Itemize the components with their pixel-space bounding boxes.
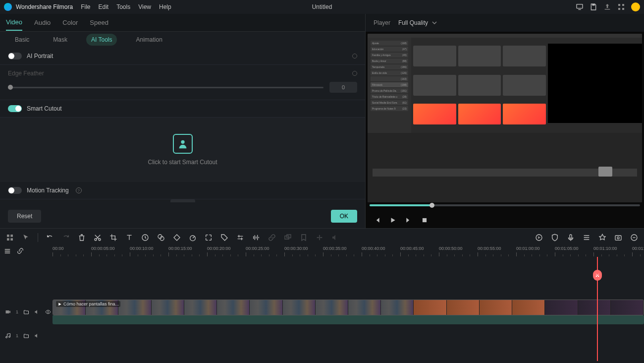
mic-icon[interactable] (567, 234, 575, 242)
render-icon[interactable] (535, 234, 543, 242)
display-icon[interactable] (576, 3, 584, 11)
drag-handle[interactable] (170, 199, 195, 202)
preview-video[interactable]: Ajuste(168)Educación(47)Familia y Amigos… (368, 34, 642, 202)
svg-rect-25 (615, 236, 621, 240)
edge-feather-slider-row: 0 (0, 78, 365, 100)
svg-point-26 (617, 237, 619, 239)
visibility-icon[interactable] (45, 309, 51, 315)
quality-select[interactable]: Full Quality (398, 19, 437, 26)
adjust-icon[interactable] (236, 234, 244, 242)
tab-audio[interactable]: Audio (34, 15, 51, 30)
timeline-ruler-row: 00:0000:00:05:0000:00:10:0000:00:15:0000… (0, 246, 644, 257)
timeline-toolbar (0, 228, 644, 246)
player-progress-bar[interactable] (370, 204, 640, 206)
marker-icon[interactable] (300, 234, 308, 242)
redo-icon[interactable] (62, 234, 70, 242)
svg-rect-4 (618, 8, 620, 10)
svg-point-22 (585, 235, 586, 236)
svg-rect-33 (6, 310, 9, 313)
timeline: 00:0000:00:05:0000:00:10:0000:00:15:0000… (0, 246, 644, 363)
text-icon[interactable] (125, 234, 133, 242)
ok-button[interactable]: OK (331, 210, 357, 223)
mute-icon[interactable] (331, 234, 339, 242)
svg-rect-11 (10, 238, 13, 241)
profile-avatar[interactable] (631, 2, 640, 11)
speed-icon[interactable] (189, 234, 197, 242)
playhead-grip[interactable] (593, 270, 602, 281)
ai-icon[interactable] (598, 234, 606, 242)
cut-icon[interactable] (94, 234, 102, 242)
fit-icon[interactable] (205, 234, 213, 242)
chain-icon[interactable] (17, 247, 24, 254)
delete-icon[interactable] (78, 234, 86, 242)
subtab-aitools[interactable]: AI Tools (86, 34, 117, 46)
ai-portrait-reset-icon[interactable] (352, 54, 357, 59)
track-manager-icon[interactable] (4, 247, 11, 254)
audio-folder-icon[interactable] (23, 333, 29, 339)
undo-icon[interactable] (46, 234, 54, 242)
prev-frame-icon[interactable] (374, 217, 380, 224)
shield-icon[interactable] (551, 234, 559, 242)
menu-tools[interactable]: Tools (116, 3, 130, 10)
scissors-icon (595, 273, 600, 278)
playhead[interactable] (597, 257, 598, 361)
subtab-animation[interactable]: Animation (131, 34, 167, 46)
subtab-mask[interactable]: Mask (48, 34, 72, 46)
mixer-icon[interactable] (583, 234, 590, 242)
menu-file[interactable]: File (81, 3, 90, 10)
audio-icon[interactable] (252, 234, 260, 242)
tab-video[interactable]: Video (6, 14, 22, 31)
crop-icon[interactable] (109, 234, 117, 242)
panel-footer: Reset OK (0, 204, 365, 228)
motion-tracking-toggle[interactable] (8, 187, 22, 194)
video-icon (5, 309, 11, 315)
audio-mute-icon[interactable] (34, 333, 40, 339)
timeline-ruler[interactable]: 00:0000:00:05:0000:00:10:0000:00:15:0000… (53, 246, 644, 257)
top-tabs: Video Audio Color Speed (0, 14, 365, 32)
menu-view[interactable]: View (138, 3, 151, 10)
ai-portrait-toggle[interactable] (8, 53, 22, 60)
smart-cutout-toggle[interactable] (8, 105, 22, 112)
menu-help[interactable]: Help (159, 3, 171, 10)
play-icon[interactable] (389, 217, 396, 224)
ai-portrait-row: AI Portrait (0, 48, 365, 65)
upload-icon[interactable] (603, 3, 611, 11)
grid-icon[interactable] (6, 234, 14, 242)
zoom-out-icon[interactable] (630, 234, 638, 242)
folder-icon[interactable] (23, 309, 29, 315)
edge-feather-reset-icon[interactable] (352, 71, 357, 76)
detach-icon[interactable] (316, 234, 323, 242)
keyframe-icon[interactable] (173, 234, 181, 242)
speed-ramp-icon[interactable] (141, 234, 149, 242)
subtab-basic[interactable]: Basic (10, 34, 34, 46)
snapshot-icon[interactable] (614, 234, 622, 242)
app-logo-icon (4, 3, 12, 11)
smart-cutout-area: Click to start Smart Cutout (0, 118, 365, 182)
save-icon[interactable] (590, 3, 597, 11)
motion-tracking-help-icon[interactable]: ? (76, 187, 82, 193)
clip-audio-waveform[interactable] (53, 315, 644, 324)
menu-edit[interactable]: Edit (99, 3, 109, 10)
tag-icon[interactable] (220, 234, 228, 242)
mute-track-icon[interactable] (34, 309, 40, 315)
video-track-head: 1 (0, 300, 53, 324)
tab-speed[interactable]: Speed (90, 15, 108, 30)
cursor-icon[interactable] (22, 234, 30, 242)
apps-icon[interactable] (617, 3, 625, 11)
link-icon[interactable] (268, 234, 276, 242)
color-match-icon[interactable] (157, 234, 165, 242)
player-label: Player (374, 19, 390, 26)
reset-button[interactable]: Reset (8, 210, 41, 223)
tab-color[interactable]: Color (62, 15, 78, 30)
group-icon[interactable] (284, 234, 292, 242)
edge-feather-slider[interactable] (8, 87, 323, 88)
smart-cutout-button[interactable] (173, 134, 193, 154)
svg-rect-29 (5, 250, 10, 251)
stop-icon[interactable] (421, 217, 428, 224)
clip-label: Cómo hacer pantallas fina... (56, 301, 120, 307)
next-frame-icon[interactable] (405, 217, 412, 224)
edge-feather-value[interactable]: 0 (329, 82, 357, 93)
smart-cutout-row: Smart Cutout (0, 100, 365, 118)
video-clip[interactable]: Cómo hacer pantallas fina... (53, 300, 644, 315)
edge-feather-row: Edge Feather (0, 65, 365, 78)
